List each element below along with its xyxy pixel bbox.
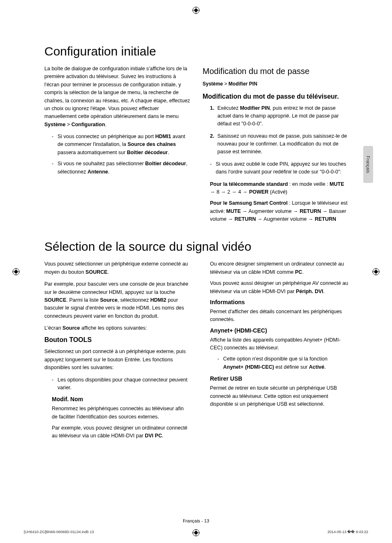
section1-right-column: Modification du mot de passe Système > M… — [203, 65, 348, 227]
list-item: Si vous connectez un périphérique au por… — [52, 133, 190, 157]
list-item: Si vous avez oublié le code PIN, appuyez… — [210, 160, 348, 176]
section2-heading: Sélection de la source du signal vidéo — [44, 240, 348, 254]
footer-filename: [UH6410-ZG]BN68-06068D-01L04.indb 13 — [24, 530, 94, 534]
body-text: Permet d'afficher des détails concernant… — [210, 308, 348, 324]
body-text: Par exemple, pour basculer vers une cons… — [44, 280, 190, 320]
registration-mark-icon — [372, 268, 380, 275]
step-item: Exécutez Modifier PIN, puis entrez le mo… — [210, 104, 348, 128]
body-text: Sélectionnez un port connecté à un périp… — [44, 348, 190, 372]
crop-mark — [0, 21, 5, 22]
crop-mark — [0, 16, 5, 16]
crop-mark — [0, 11, 5, 11]
crop-mark — [0, 11, 0, 16]
footer-timestamp: 2014-05-13 ‭�� 8:43:22 — [327, 530, 368, 534]
step-item: Saisissez un nouveau mot de passe, puis … — [210, 132, 348, 156]
anynet-heading: Anynet+ (HDMI-CEC) — [210, 327, 348, 334]
section2-left-column: Vous pouvez sélectionner un périphérique… — [44, 260, 190, 444]
body-text: Vous pouvez aussi désigner un périphériq… — [210, 280, 348, 296]
crop-mark — [0, 0, 5, 0]
body-text: Renommez les périphériques connectés au … — [52, 405, 190, 421]
tools-heading: Bouton TOOLS — [44, 336, 190, 344]
body-text: Vous pouvez sélectionner un périphérique… — [44, 260, 190, 276]
crop-mark — [0, 0, 0, 5]
intro-paragraph: La boîte de dialogue de configuration in… — [44, 65, 190, 129]
password-heading: Modification du mot de passe — [203, 67, 348, 76]
registration-mark-icon — [192, 7, 200, 14]
list-item: Les options disponibles pour chaque conn… — [52, 376, 190, 392]
informations-heading: Informations — [210, 299, 348, 305]
smart-control-instructions: Pour le Samsung Smart Control : Lorsque … — [210, 199, 348, 223]
section1-left-column: La boîte de dialogue de configuration in… — [44, 65, 190, 227]
registration-mark-icon — [12, 268, 20, 275]
section1-heading: Configuration initiale — [44, 44, 348, 58]
body-text: Ou encore désigner simplement un ordinat… — [210, 260, 348, 276]
crop-mark — [0, 16, 0, 21]
usb-heading: Retirer USB — [210, 375, 348, 382]
body-text: L'écran Source affiche les options suiva… — [44, 324, 190, 332]
body-text: Permet de retirer en toute sécurité un p… — [210, 384, 348, 408]
language-tab: Français — [363, 146, 373, 183]
remote-standard-instructions: Pour la télécommande standard : en mode … — [210, 180, 348, 196]
registration-mark-icon — [192, 529, 200, 536]
section2-right-column: Ou encore désigner simplement un ordinat… — [203, 260, 348, 444]
password-subheading: Modification du mot de passe du télévise… — [203, 93, 348, 100]
modif-nom-heading: Modif. Nom — [52, 396, 190, 402]
page-number: Français - 13 — [183, 518, 209, 523]
crop-mark — [0, 5, 5, 6]
page-content: Configuration initiale La boîte de dialo… — [44, 44, 348, 457]
breadcrumb: Système > Modifier PIN — [203, 80, 348, 88]
language-tab-label: Français — [366, 156, 371, 173]
body-text: Affiche la liste des appareils compatibl… — [210, 336, 348, 352]
list-item: Si vous ne souhaitez pas sélectionner Bo… — [52, 160, 190, 176]
crop-mark — [0, 6, 0, 11]
list-item: Cette option n'est disponible que si la … — [217, 355, 348, 371]
body-text: Par exemple, vous pouvez désigner un ord… — [52, 424, 190, 440]
